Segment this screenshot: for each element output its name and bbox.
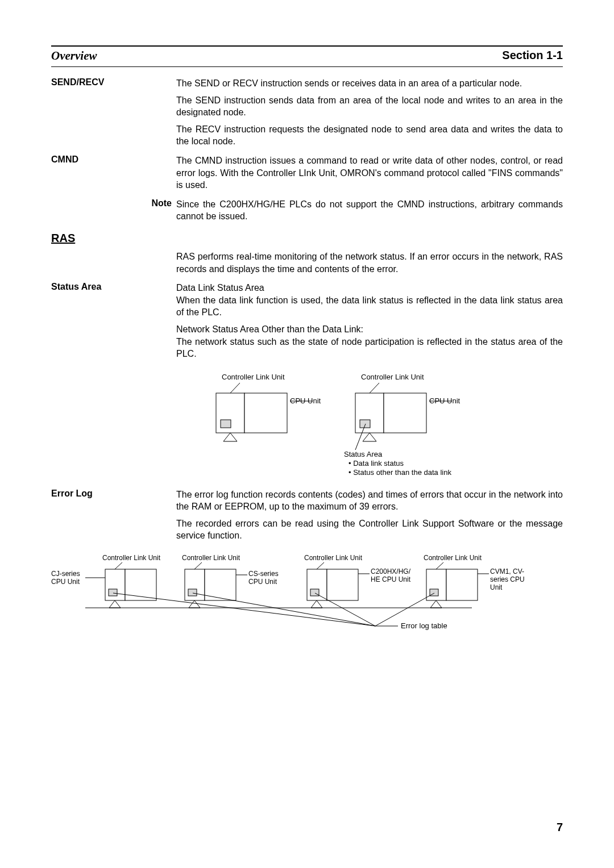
svg-line-25 [194, 562, 202, 569]
svg-rect-3 [244, 393, 287, 433]
ras-body: RAS performs real-time monitoring of the… [176, 251, 563, 279]
cmnd-label: CMND [51, 155, 176, 196]
svg-line-13 [363, 433, 370, 441]
svg-rect-20 [125, 569, 156, 600]
status-label: Status Area [51, 282, 176, 365]
status-p1: Data Link Status Area When the data link… [176, 282, 563, 319]
svg-line-14 [370, 433, 376, 441]
errorlog-body: The error log function records contents … [176, 489, 563, 546]
svg-line-23 [115, 600, 121, 608]
d2-c200a: C200HX/HG/ [371, 567, 411, 575]
svg-rect-28 [205, 569, 236, 600]
sendrecv-section: SEND/RECV The SEND or RECV instruction s… [51, 77, 563, 152]
d1-clu1: Controller Link Unit [222, 373, 285, 381]
d2-clu1: Controller Link Unit [102, 554, 161, 562]
status-p1a: Data Link Status Area [176, 283, 264, 293]
sendrecv-p1: The SEND or RECV instruction sends or re… [176, 77, 563, 90]
d2-clu4: Controller Link Unit [424, 554, 482, 562]
errorlog-label: Error Log [51, 489, 176, 546]
svg-line-47 [436, 600, 442, 608]
ras-p1: RAS performs real-time monitoring of the… [176, 251, 563, 275]
svg-line-17 [115, 562, 122, 569]
ras-spacer [51, 251, 176, 279]
d2-elt: Error log table [401, 621, 447, 630]
d2-cvm1a: CVM1, CV- [490, 567, 524, 575]
d2-c200b: HE CPU Unit [371, 575, 411, 583]
d1-cpu2: CPU Unit [429, 397, 460, 405]
errorlog-diagram: Controller Link Unit Controller Link Uni… [51, 552, 563, 645]
cmnd-section: CMND The CMND instruction issues a comma… [51, 155, 563, 196]
svg-line-5 [223, 433, 230, 441]
d2-cvm1c: Unit [490, 583, 503, 591]
svg-line-38 [311, 600, 317, 608]
sendrecv-body: The SEND or RECV instruction sends or re… [176, 77, 563, 152]
d1-sa-b1: • Data link status [349, 459, 404, 468]
status-section: Status Area Data Link Status Area When t… [51, 282, 563, 365]
svg-line-46 [430, 600, 436, 608]
d2-cvm1b: series CPU [490, 575, 525, 583]
status-area-diagram: Controller Link Unit CPU Unit Controller… [176, 372, 563, 482]
d2-cj2: CPU Unit [51, 578, 80, 586]
page-number: 7 [557, 821, 563, 834]
note-p1: Since the C200HX/HG/HE PLCs do not suppo… [176, 198, 563, 223]
ras-intro: RAS performs real-time monitoring of the… [51, 251, 563, 279]
sendrecv-p2: The SEND instruction sends data from an … [176, 94, 563, 119]
svg-rect-44 [446, 569, 478, 600]
svg-rect-27 [188, 589, 197, 596]
svg-rect-19 [109, 589, 117, 596]
d2-cj1: CJ-series [51, 570, 80, 578]
header-left: Overview [51, 49, 97, 63]
status-body: Data Link Status Area When the data link… [176, 282, 563, 365]
top-rule [51, 45, 563, 47]
status-p2b: The network status such as the state of … [176, 337, 563, 359]
note-section: Note Since the C200HX/HG/HE PLCs do not … [51, 198, 563, 227]
d1-clu2: Controller Link Unit [361, 373, 424, 381]
sendrecv-label: SEND/RECV [51, 77, 176, 152]
d2-clu3: Controller Link Unit [304, 554, 363, 562]
header-right: Section 1-1 [502, 49, 563, 63]
d2-cs2: CPU Unit [248, 578, 277, 586]
d2-clu2: Controller Link Unit [182, 554, 240, 562]
cmnd-p1: The CMND instruction issues a command to… [176, 155, 563, 191]
sendrecv-p3: The RECV instruction requests the design… [176, 123, 563, 148]
ras-heading: RAS [51, 232, 563, 245]
errorlog-p1: The error log function records contents … [176, 489, 563, 513]
svg-line-41 [436, 562, 443, 569]
status-p2: Network Status Area Other than the Data … [176, 323, 563, 360]
status-diagram-svg: Controller Link Unit CPU Unit Controller… [176, 372, 495, 479]
note-body: Since the C200HX/HG/HE PLCs do not suppo… [176, 198, 563, 227]
d1-sa-title: Status Area [344, 450, 383, 458]
errorlog-section: Error Log The error log function records… [51, 489, 563, 546]
page-header: Overview Section 1-1 [51, 48, 563, 67]
cmnd-body: The CMND instruction issues a command to… [176, 155, 563, 196]
note-label: Note [51, 198, 176, 227]
svg-rect-10 [360, 420, 370, 428]
svg-line-33 [317, 562, 324, 569]
svg-rect-36 [327, 569, 358, 600]
svg-rect-2 [221, 420, 231, 428]
status-p2a: Network Status Area Other than the Data … [176, 324, 363, 334]
d2-cs1: CS-series [248, 570, 279, 578]
svg-rect-35 [310, 589, 319, 596]
svg-rect-11 [384, 393, 426, 433]
svg-line-0 [230, 383, 240, 393]
svg-line-39 [317, 600, 322, 608]
svg-line-22 [109, 600, 115, 608]
status-p1b: When the data link function is used, the… [176, 295, 563, 318]
svg-line-30 [189, 600, 194, 608]
errorlog-diagram-svg: Controller Link Unit Controller Link Uni… [51, 552, 563, 643]
svg-line-8 [370, 383, 379, 393]
d1-cpu1: CPU Unit [290, 397, 321, 405]
errorlog-p2: The recorded errors can be read using th… [176, 518, 563, 542]
d1-sa-b2: • Status other than the data link [349, 468, 451, 477]
svg-line-6 [230, 433, 237, 441]
